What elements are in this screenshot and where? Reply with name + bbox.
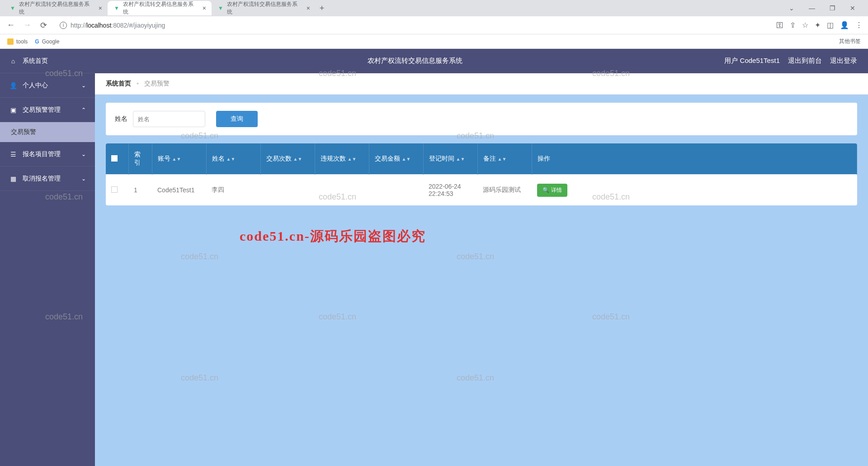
chevron-down-icon: ⌄: [81, 151, 86, 157]
cell-violation: [315, 175, 369, 206]
cell-time: 2022-06-24 22:24:53: [423, 175, 477, 206]
sidebar-item-signup-mgmt[interactable]: ☰ 报名项目管理 ⌄: [0, 142, 95, 166]
menu-icon[interactable]: ⋮: [855, 21, 863, 29]
browser-tab-1[interactable]: ▼ 农村产权流转交易信息服务系统 ×: [108, 1, 212, 15]
name-input[interactable]: [133, 111, 205, 127]
alert-table: 索引 账号▲▼ 姓名▲▼ 交易次数▲▼ 违规次数▲▼ 交易金额▲▼ 登记时间▲▼…: [106, 143, 857, 205]
share-icon[interactable]: ⇪: [790, 21, 796, 29]
exit-front-link[interactable]: 退出到前台: [788, 57, 822, 65]
chevron-up-icon: ⌃: [81, 107, 86, 113]
tab-close-icon[interactable]: ×: [99, 5, 102, 12]
sidebar-item-label: 个人中心: [23, 81, 48, 90]
sort-icon: ▲▼: [293, 158, 302, 161]
chat-icon: ▣: [9, 106, 17, 114]
name-label: 姓名: [115, 115, 127, 123]
window-controls: ⌄ — ❐ ✕: [780, 3, 864, 14]
col-remark[interactable]: 备注▲▼: [477, 143, 532, 175]
cell-name: 李四: [206, 175, 260, 206]
sort-icon: ▲▼: [226, 158, 236, 161]
key-icon[interactable]: ⚿: [776, 21, 783, 29]
cell-account: Code51Test1: [152, 175, 206, 206]
table-panel: 索引 账号▲▼ 姓名▲▼ 交易次数▲▼ 违规次数▲▼ 交易金额▲▼ 登记时间▲▼…: [106, 143, 857, 205]
col-account[interactable]: 账号▲▼: [152, 143, 206, 175]
bookmark-bar: tools G Google 其他书签: [0, 34, 868, 49]
list-icon: ☰: [9, 151, 17, 158]
sort-icon: ▲▼: [456, 158, 465, 161]
back-icon[interactable]: ←: [5, 20, 16, 30]
query-button[interactable]: 查询: [216, 111, 258, 127]
forward-icon: →: [22, 20, 33, 30]
sidebar-item-label: 报名项目管理: [23, 150, 61, 158]
sidebar-item-alert-mgmt[interactable]: ▣ 交易预警管理 ⌃: [0, 98, 95, 122]
col-index[interactable]: 索引: [128, 143, 152, 175]
profile-icon[interactable]: 👤: [840, 21, 849, 29]
table-row: 1 Code51Test1 李四 2022-06-24 22:24:53 源码乐…: [106, 175, 857, 206]
sort-icon: ▲▼: [172, 158, 181, 161]
extension-icon[interactable]: ✦: [815, 21, 821, 29]
breadcrumb-home[interactable]: 系统首页: [106, 80, 131, 87]
cell-remark: 源码乐园测试: [477, 175, 532, 206]
vue-favicon-icon: ▼: [113, 5, 120, 12]
detail-button[interactable]: 🔍详情: [537, 184, 567, 197]
select-all-checkbox[interactable]: [111, 155, 118, 162]
tab-close-icon[interactable]: ×: [203, 5, 206, 12]
tab-bar: ▼ 农村产权流转交易信息服务系统 × ▼ 农村产权流转交易信息服务系统 × ▼ …: [0, 0, 868, 16]
cell-txn-count: [260, 175, 315, 206]
sort-icon: ▲▼: [348, 158, 357, 161]
address-bar: ← → ⟳ i http://localhost:8082/#/jiaoyiyu…: [0, 16, 868, 34]
breadcrumb: 系统首页 ▪ 交易预警: [95, 73, 868, 95]
sidebar-item-home[interactable]: ⌂ 系统首页: [0, 49, 95, 73]
bookmark-other[interactable]: 其他书签: [836, 38, 861, 45]
sort-icon: ▲▼: [498, 158, 507, 161]
breadcrumb-sep: ▪: [137, 80, 139, 87]
close-icon[interactable]: ✕: [846, 3, 859, 14]
minimize-icon[interactable]: —: [805, 3, 819, 14]
breadcrumb-current: 交易预警: [144, 80, 170, 87]
main-area: 农村产权流转交易信息服务系统 用户 Code51Test1 退出到前台 退出登录…: [95, 49, 868, 466]
site-info-icon[interactable]: i: [60, 22, 67, 29]
url-input[interactable]: i http://localhost:8082/#/jiaoyiyujing: [54, 19, 771, 32]
sidebar-item-profile[interactable]: 👤 个人中心 ⌄: [0, 73, 95, 98]
bookmark-google[interactable]: G Google: [35, 38, 59, 45]
tab-title: 农村产权流转交易信息服务系统: [227, 0, 302, 16]
panel-icon[interactable]: ◫: [827, 21, 834, 29]
sidebar-item-cancel-mgmt[interactable]: ▦ 取消报名管理 ⌄: [0, 166, 95, 191]
system-title: 农村产权流转交易信息服务系统: [368, 57, 462, 65]
col-name[interactable]: 姓名▲▼: [206, 143, 260, 175]
table-header-row: 索引 账号▲▼ 姓名▲▼ 交易次数▲▼ 违规次数▲▼ 交易金额▲▼ 登记时间▲▼…: [106, 143, 857, 175]
tab-title: 农村产权流转交易信息服务系统: [19, 0, 94, 16]
logout-link[interactable]: 退出登录: [830, 57, 857, 65]
google-icon: G: [35, 38, 39, 45]
sort-icon: ▲▼: [402, 158, 411, 161]
reload-icon[interactable]: ⟳: [38, 20, 49, 30]
sidebar-sub-label: 交易预警: [11, 128, 36, 136]
col-action: 操作: [532, 143, 857, 175]
col-violation[interactable]: 违规次数▲▼: [315, 143, 369, 175]
col-time[interactable]: 登记时间▲▼: [423, 143, 477, 175]
sidebar-item-label: 交易预警管理: [23, 106, 61, 114]
sidebar-sub-alert[interactable]: 交易预警: [0, 122, 95, 142]
tab-title: 农村产权流转交易信息服务系统: [123, 0, 198, 16]
browser-chrome: ▼ 农村产权流转交易信息服务系统 × ▼ 农村产权流转交易信息服务系统 × ▼ …: [0, 0, 868, 49]
home-icon: ⌂: [9, 57, 17, 65]
maximize-icon[interactable]: ❐: [826, 3, 839, 14]
user-label: 用户 Code51Test1: [724, 57, 780, 65]
url-text: http://localhost:8082/#/jiaoyiyujing: [71, 22, 165, 29]
search-icon: 🔍: [542, 187, 549, 193]
dropdown-icon[interactable]: ⌄: [785, 3, 798, 14]
bookmark-tools[interactable]: tools: [7, 38, 28, 45]
cell-index: 1: [128, 175, 152, 206]
row-checkbox[interactable]: [111, 186, 118, 193]
browser-tab-2[interactable]: ▼ 农村产权流转交易信息服务系统 ×: [212, 1, 316, 15]
new-tab-button[interactable]: +: [316, 2, 328, 14]
star-icon[interactable]: ☆: [802, 21, 808, 29]
grid-icon: ▦: [9, 175, 17, 182]
search-panel: 姓名 查询: [106, 103, 857, 135]
sidebar-item-label: 取消报名管理: [23, 175, 61, 183]
vue-favicon-icon: ▼: [9, 5, 16, 12]
vue-favicon-icon: ▼: [217, 5, 224, 12]
browser-tab-0[interactable]: ▼ 农村产权流转交易信息服务系统 ×: [4, 1, 108, 15]
col-amount[interactable]: 交易金额▲▼: [369, 143, 423, 175]
tab-close-icon[interactable]: ×: [307, 5, 310, 12]
col-txn-count[interactable]: 交易次数▲▼: [260, 143, 315, 175]
